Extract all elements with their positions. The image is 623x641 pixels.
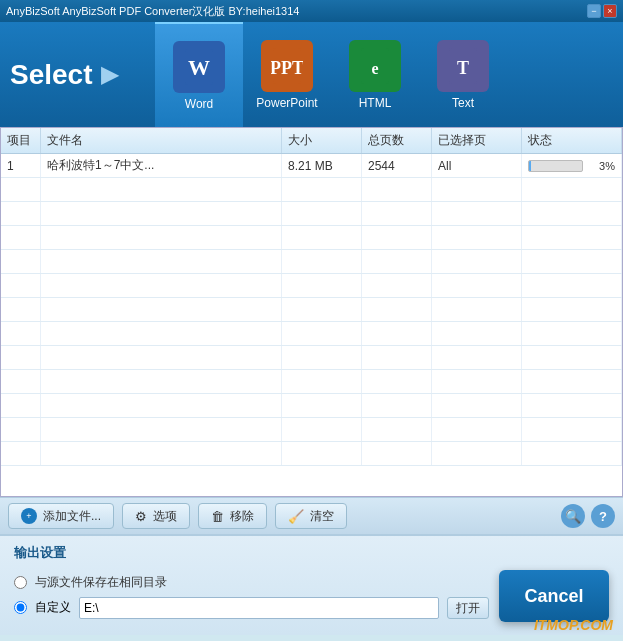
- cell-filename: 哈利波特1～7中文...: [41, 154, 282, 177]
- radio-same-dir-label: 与源文件保存在相同目录: [35, 574, 167, 591]
- table-header: 项目 文件名 大小 总页数 已选择页 状态: [1, 128, 622, 154]
- browse-button[interactable]: 打开: [447, 597, 489, 619]
- app-title: AnyBizSoft AnyBizSoft PDF Converter汉化版 B…: [6, 4, 299, 19]
- tab-text[interactable]: T Text: [419, 22, 507, 127]
- progress-bar-bg: [528, 160, 583, 172]
- tab-word-label: Word: [185, 97, 213, 111]
- table-row: [1, 346, 622, 370]
- col-size: 大小: [282, 128, 362, 153]
- col-index: 项目: [1, 128, 41, 153]
- table-row: [1, 202, 622, 226]
- text-icon: T: [437, 40, 489, 92]
- col-pages: 总页数: [362, 128, 432, 153]
- table-row: [1, 322, 622, 346]
- radio-row-same: 与源文件保存在相同目录: [14, 574, 489, 591]
- svg-text:e: e: [371, 60, 378, 77]
- progress-text: 3%: [587, 160, 615, 172]
- output-left: 与源文件保存在相同目录 自定义 打开: [14, 574, 489, 619]
- minimize-button[interactable]: −: [587, 4, 601, 18]
- table-row: [1, 394, 622, 418]
- remove-button[interactable]: 🗑 移除: [198, 503, 267, 529]
- table-row: [1, 442, 622, 466]
- tab-text-label: Text: [452, 96, 474, 110]
- svg-text:T: T: [457, 58, 469, 78]
- toolbar-right: 🔍 ?: [561, 504, 615, 528]
- clear-icon: 🧹: [288, 509, 304, 524]
- radio-custom-label: 自定义: [35, 599, 71, 616]
- arrow-icon: ▶: [101, 62, 118, 88]
- svg-text:PPT: PPT: [271, 58, 303, 78]
- add-file-button[interactable]: + 添加文件...: [8, 503, 114, 529]
- tab-powerpoint-label: PowerPoint: [256, 96, 317, 110]
- radio-custom-dir[interactable]: [14, 601, 27, 614]
- table-row: [1, 298, 622, 322]
- progress-bar-fill: [529, 161, 531, 171]
- word-icon: W: [173, 41, 225, 93]
- select-label: Select ▶: [10, 59, 155, 91]
- file-table: 项目 文件名 大小 总页数 已选择页 状态 1 哈利波特1～7中文... 8.2…: [0, 127, 623, 497]
- table-row[interactable]: 1 哈利波特1～7中文... 8.21 MB 2544 All 3%: [1, 154, 622, 178]
- table-row: [1, 370, 622, 394]
- format-tabs: W Word PPT PowerPoint e HTML: [155, 22, 507, 127]
- cancel-button[interactable]: Cancel: [499, 570, 609, 622]
- cell-size: 8.21 MB: [282, 154, 362, 177]
- cell-status: 3%: [522, 154, 622, 177]
- cell-selected: All: [432, 154, 522, 177]
- help-button[interactable]: ?: [591, 504, 615, 528]
- search-button[interactable]: 🔍: [561, 504, 585, 528]
- toolbar-left: + 添加文件... ⚙ 选项 🗑 移除 🧹 清空: [8, 503, 347, 529]
- table-row: [1, 418, 622, 442]
- options-button[interactable]: ⚙ 选项: [122, 503, 190, 529]
- path-row: 自定义 打开: [14, 597, 489, 619]
- cell-index: 1: [1, 154, 41, 177]
- gear-icon: ⚙: [135, 509, 147, 524]
- table-row: [1, 250, 622, 274]
- tab-word[interactable]: W Word: [155, 22, 243, 127]
- col-status: 状态: [522, 128, 622, 153]
- col-selected: 已选择页: [432, 128, 522, 153]
- trash-icon: 🗑: [211, 509, 224, 524]
- col-filename: 文件名: [41, 128, 282, 153]
- table-body: 1 哈利波特1～7中文... 8.21 MB 2544 All 3%: [1, 154, 622, 498]
- html-icon: e: [349, 40, 401, 92]
- header: Select ▶ W Word PPT PowerPoint: [0, 22, 623, 127]
- table-row: [1, 178, 622, 202]
- svg-text:W: W: [188, 55, 210, 80]
- table-row: [1, 226, 622, 250]
- output-title: 输出设置: [14, 544, 609, 562]
- window-controls: − ×: [587, 4, 617, 18]
- table-row: [1, 274, 622, 298]
- tab-powerpoint[interactable]: PPT PowerPoint: [243, 22, 331, 127]
- add-file-icon: +: [21, 508, 37, 524]
- close-button[interactable]: ×: [603, 4, 617, 18]
- path-input[interactable]: [79, 597, 439, 619]
- tab-html-label: HTML: [359, 96, 392, 110]
- tab-html[interactable]: e HTML: [331, 22, 419, 127]
- toolbar: + 添加文件... ⚙ 选项 🗑 移除 🧹 清空 🔍 ?: [0, 497, 623, 535]
- title-bar: AnyBizSoft AnyBizSoft PDF Converter汉化版 B…: [0, 0, 623, 22]
- ppt-icon: PPT: [261, 40, 313, 92]
- radio-same-dir[interactable]: [14, 576, 27, 589]
- clear-button[interactable]: 🧹 清空: [275, 503, 347, 529]
- output-bottom-row: 与源文件保存在相同目录 自定义 打开 Cancel: [14, 570, 609, 622]
- cell-pages: 2544: [362, 154, 432, 177]
- output-settings: 输出设置 与源文件保存在相同目录 自定义 打开 Cancel: [0, 535, 623, 635]
